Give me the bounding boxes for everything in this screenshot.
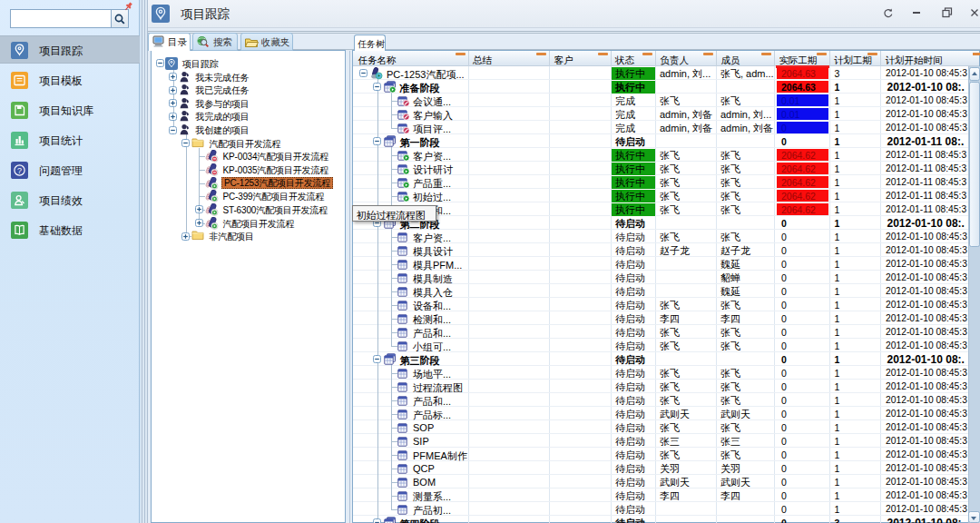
svg-text:?: ? bbox=[17, 166, 22, 175]
